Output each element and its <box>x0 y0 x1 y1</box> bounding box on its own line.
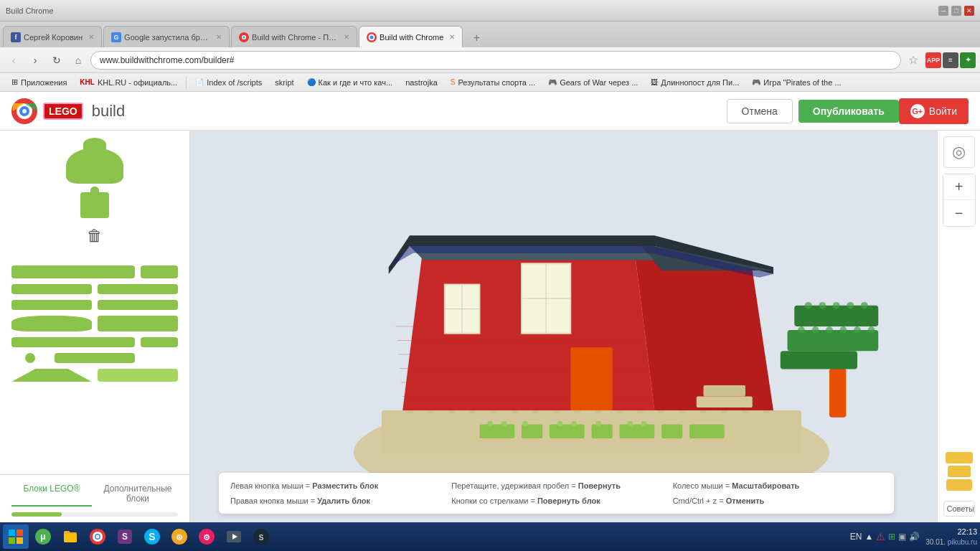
main-layout: 🗑 <box>0 131 980 522</box>
tab-build-chrome[interactable]: Build with Chrome ✕ <box>359 26 463 47</box>
khl-icon: KHL <box>80 78 95 86</box>
bookmark-star[interactable]: ☆ <box>904 52 923 68</box>
ext-app1[interactable]: APP <box>925 52 941 68</box>
address-bar[interactable] <box>90 51 901 70</box>
minimize-button[interactable]: ─ <box>938 6 948 16</box>
brick-layer-3 <box>946 479 972 491</box>
taskbar-app4[interactable]: S <box>112 524 138 549</box>
build-search-favicon <box>239 32 249 42</box>
bookmark-apps[interactable]: ⊞ Приложения <box>6 76 72 88</box>
restore-button[interactable]: □ <box>951 6 961 16</box>
bookmark-dlinnopst[interactable]: 🖼 Длиннопост для Пи... <box>645 77 745 88</box>
piece-item[interactable] <box>11 265 135 278</box>
bookmark-gears[interactable]: 🎮 Gears of War через ... <box>542 77 644 88</box>
forward-button[interactable]: › <box>26 51 44 70</box>
start-button[interactable] <box>3 524 29 549</box>
tab-build-search[interactable]: Build with Chrome - Пои... ✕ <box>231 26 357 47</box>
tab-google[interactable]: G Google запустила браузе... ✕ <box>103 26 230 47</box>
svg-rect-85 <box>17 529 23 536</box>
up-arrow-icon: ▲ <box>864 532 873 542</box>
svg-point-76 <box>798 326 805 334</box>
pirates-icon: 🎮 <box>752 78 760 86</box>
brick-layer-2 <box>948 466 971 477</box>
new-tab-button[interactable]: + <box>467 29 486 47</box>
delete-piece-button[interactable]: 🗑 <box>84 224 105 248</box>
piece-item[interactable] <box>98 300 178 310</box>
piece-item[interactable] <box>98 284 178 294</box>
piece-item[interactable] <box>11 284 92 294</box>
taskbar-skype[interactable]: S <box>139 524 165 549</box>
tab-close-facebook[interactable]: ✕ <box>88 33 94 41</box>
app-logo: LEGO build <box>11 98 125 124</box>
close-button[interactable]: ✕ <box>964 6 974 16</box>
taskbar-media[interactable] <box>221 524 247 549</box>
ext-app2[interactable]: ≡ <box>943 52 958 68</box>
canvas-area[interactable]: Левая кнопка мыши = Разместить блок Пере… <box>190 131 937 522</box>
taskbar-site: pikubu.ru <box>948 538 977 546</box>
piece-item-light[interactable] <box>98 369 178 382</box>
tab-lego-blocks[interactable]: Блоки LEGO® <box>11 481 92 507</box>
app-content: LEGO build Отмена Опубликовать G+ Войти <box>0 92 980 522</box>
taskbar-app5[interactable]: ⚙ <box>166 524 192 549</box>
piece-item[interactable] <box>98 316 178 331</box>
target-view-button[interactable]: ◎ <box>943 136 975 168</box>
home-button[interactable]: ⌂ <box>69 51 88 70</box>
tab-extra-blocks[interactable]: Дополнительные блоки <box>98 481 178 507</box>
piece-item[interactable] <box>141 265 178 278</box>
lego-logo-badge: LEGO <box>43 103 83 120</box>
svg-point-42 <box>571 421 577 427</box>
tab-close-google[interactable]: ✕ <box>216 33 222 41</box>
publish-button[interactable]: Опубликовать <box>798 100 899 123</box>
tab-close-build-chrome[interactable]: ✕ <box>449 33 455 41</box>
svg-point-45 <box>641 421 647 427</box>
login-label: Войти <box>929 105 957 117</box>
svg-point-10 <box>22 109 27 113</box>
back-button[interactable]: ‹ <box>4 51 23 70</box>
svg-rect-84 <box>9 529 15 536</box>
taskbar-steam[interactable]: S <box>248 524 274 549</box>
refresh-button[interactable]: ↻ <box>47 51 66 70</box>
panel-tabs: Блоки LEGO® Дополнительные блоки <box>0 474 189 509</box>
bookmark-nastrojka[interactable]: nastrojka <box>400 77 443 88</box>
browser-frame: Build Chrome ─ □ ✕ f Сергей Коровин ✕ G … <box>0 0 980 551</box>
bookmark-sport-label: Результаты спорта ... <box>458 78 535 87</box>
tips-button[interactable]: Советы <box>943 501 975 517</box>
taskbar-folder[interactable] <box>57 524 83 549</box>
piece-item-wedge[interactable] <box>11 369 92 382</box>
taskbar-app6[interactable]: ⚙ <box>194 524 220 549</box>
bookmark-nastrojka-label: nastrojka <box>405 78 438 87</box>
bookmark-skript[interactable]: skript <box>269 77 299 88</box>
svg-rect-34 <box>592 425 613 439</box>
svg-point-2 <box>243 36 245 38</box>
bookmark-pirates[interactable]: 🎮 Игра "Pirates of the ... <box>746 77 847 88</box>
scripts-icon: 📄 <box>195 78 204 86</box>
left-panel: 🗑 <box>0 131 190 522</box>
bookmark-sport[interactable]: S Результаты спорта ... <box>445 77 541 88</box>
zoom-in-button[interactable]: + <box>943 174 975 200</box>
bookmark-kak[interactable]: 🔵 Как и где и что кач... <box>301 77 399 88</box>
piece-item[interactable] <box>11 337 135 347</box>
piece-item[interactable] <box>55 353 135 363</box>
cancel-button[interactable]: Отмена <box>727 99 793 123</box>
taskbar-chrome[interactable] <box>85 524 110 549</box>
progress-fill <box>11 512 62 517</box>
login-button[interactable]: G+ Войти <box>899 98 969 124</box>
piece-item-dot[interactable] <box>25 353 35 363</box>
piece-item-round[interactable] <box>11 316 92 331</box>
ext-app3[interactable]: ✦ <box>960 52 976 68</box>
utorrent-icon: μ <box>34 528 52 545</box>
selected-piece-area: 🗑 <box>0 131 189 260</box>
bookmark-khl[interactable]: KHL KHL.RU - официаль... <box>74 77 183 88</box>
zoom-out-button[interactable]: − <box>943 200 975 226</box>
piece-item[interactable] <box>141 337 178 347</box>
svg-point-5 <box>370 35 374 39</box>
pieces-grid <box>0 260 189 474</box>
tab-close-build-search[interactable]: ✕ <box>344 33 349 41</box>
app-header: LEGO build Отмена Опубликовать G+ Войти <box>0 92 980 131</box>
bookmark-scripts[interactable]: 📄 Index of /scripts <box>189 77 268 88</box>
tab-facebook[interactable]: f Сергей Коровин ✕ <box>3 26 102 47</box>
app4-icon: S <box>116 528 133 545</box>
piece-item[interactable] <box>11 300 92 310</box>
svg-text:S: S <box>122 532 128 542</box>
taskbar-utorrent[interactable]: μ <box>30 524 56 549</box>
